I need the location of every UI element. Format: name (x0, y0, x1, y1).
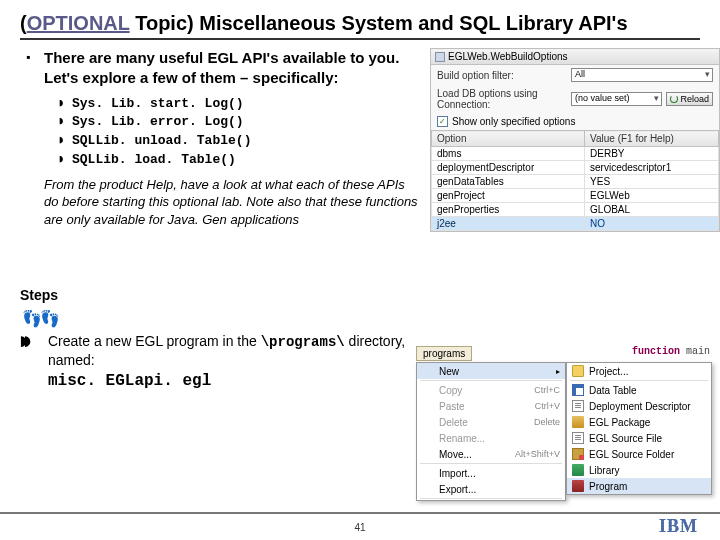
filter-label: Build option filter: (437, 70, 567, 81)
submenu-datatable[interactable]: Data Table (567, 382, 711, 398)
submenu-program[interactable]: Program (567, 478, 711, 494)
options-table: Option Value (F1 for Help) dbmsDERBY dep… (431, 130, 719, 231)
step-code: \programs\ (261, 334, 345, 350)
api-item: Sys. Lib. start. Log() (58, 95, 420, 114)
col-option[interactable]: Option (432, 131, 585, 147)
sourcefolder-icon (572, 448, 584, 460)
table-row[interactable]: deploymentDescriptorservicedescriptor1 (432, 161, 719, 175)
submenu-deploydesc[interactable]: Deployment Descriptor (567, 398, 711, 414)
import-icon (422, 467, 434, 479)
copy-icon (422, 384, 434, 396)
connection-label: Load DB options using Connection: (437, 88, 567, 110)
sourcefile-icon (572, 432, 584, 444)
library-icon (572, 464, 584, 476)
build-options-panel: EGLWeb.WebBuildOptions Build option filt… (430, 48, 720, 232)
slide-title: (OPTIONAL Topic) Miscellaneous System an… (20, 10, 700, 40)
reload-icon (670, 95, 678, 103)
checkbox-label: Show only specified options (452, 116, 575, 127)
slide-footer: 41 IBM (0, 512, 720, 540)
program-icon (572, 480, 584, 492)
context-menu-area: programs function main New▸ CopyCtrl+C P… (416, 346, 712, 498)
table-row[interactable]: j2eeNO (432, 217, 719, 231)
api-item: SQLLib. unload. Table() (58, 132, 420, 151)
chevron-right-icon: ▸ (556, 367, 560, 376)
title-prefix: ( (20, 12, 27, 34)
step-create-program: Create a new EGL program in the \program… (20, 332, 420, 371)
blank-icon (422, 448, 434, 460)
programs-tab[interactable]: programs (416, 346, 472, 361)
api-list: Sys. Lib. start. Log() Sys. Lib. error. … (58, 95, 420, 170)
export-icon (422, 483, 434, 495)
step-filename: misc. EGLapi. egl (48, 372, 420, 390)
blank-icon (422, 365, 434, 377)
menu-move[interactable]: Move...Alt+Shift+V (417, 446, 565, 462)
api-item: Sys. Lib. error. Log() (58, 113, 420, 132)
table-row[interactable]: genDataTablesYES (432, 175, 719, 189)
filter-select[interactable]: All (571, 68, 713, 82)
table-row[interactable]: genPropertiesGLOBAL (432, 203, 719, 217)
connection-select[interactable]: (no value set) (571, 92, 662, 106)
step-text: Create a new EGL program in the (48, 333, 261, 349)
submenu-sourcefile[interactable]: EGL Source File (567, 430, 711, 446)
intro-bullet: There are many useful EGL API's availabl… (26, 48, 420, 89)
context-menu: New▸ CopyCtrl+C PasteCtrl+V DeleteDelete… (416, 362, 566, 501)
title-rest: Topic) Miscellaneous System and SQL Libr… (130, 12, 628, 34)
show-specified-checkbox[interactable]: ✓ (437, 116, 448, 127)
menu-rename[interactable]: Rename... (417, 430, 565, 446)
table-row[interactable]: genProjectEGLWeb (432, 189, 719, 203)
menu-separator (420, 463, 562, 464)
descriptor-icon (572, 400, 584, 412)
menu-paste[interactable]: PasteCtrl+V (417, 398, 565, 414)
submenu-project[interactable]: Project... (567, 363, 711, 379)
menu-new[interactable]: New▸ (417, 363, 565, 379)
code-fragment: function main (632, 346, 710, 357)
menu-import[interactable]: Import... (417, 465, 565, 481)
reload-label: Reload (680, 94, 709, 104)
api-item: SQLLib. load. Table() (58, 151, 420, 170)
project-icon (572, 365, 584, 377)
delete-icon (422, 416, 434, 428)
menu-separator (420, 380, 562, 381)
menu-separator (420, 498, 562, 499)
submenu-sourcefolder[interactable]: EGL Source Folder (567, 446, 711, 462)
help-note: From the product Help, have a look at wh… (44, 176, 420, 229)
paste-icon (422, 400, 434, 412)
footprints-icon: 👣👣 (22, 309, 420, 328)
submenu-library[interactable]: Library (567, 462, 711, 478)
col-value[interactable]: Value (F1 for Help) (585, 131, 719, 147)
steps-label: Steps (20, 287, 420, 303)
menu-export[interactable]: Export... (417, 481, 565, 497)
table-row[interactable]: dbmsDERBY (432, 147, 719, 161)
page-number: 41 (354, 522, 365, 533)
datatable-icon (572, 384, 584, 396)
title-optional: OPTIONAL (27, 12, 130, 34)
panel-titlebar: EGLWeb.WebBuildOptions (431, 49, 719, 65)
panel-icon (435, 52, 445, 62)
new-submenu: Project... Data Table Deployment Descrip… (566, 362, 712, 495)
menu-separator (570, 380, 708, 381)
ibm-logo: IBM (659, 516, 698, 537)
submenu-package[interactable]: EGL Package (567, 414, 711, 430)
panel-title: EGLWeb.WebBuildOptions (448, 51, 568, 62)
reload-button[interactable]: Reload (666, 92, 713, 106)
menu-delete[interactable]: DeleteDelete (417, 414, 565, 430)
menu-copy[interactable]: CopyCtrl+C (417, 382, 565, 398)
blank-icon (422, 432, 434, 444)
package-icon (572, 416, 584, 428)
